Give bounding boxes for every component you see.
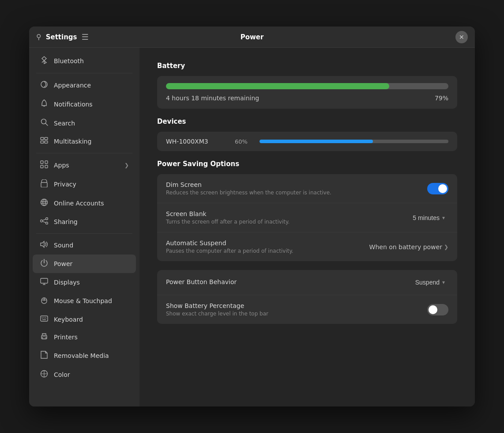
svg-marker-22 xyxy=(41,241,44,247)
svg-rect-10 xyxy=(41,165,43,168)
show-battery-desc: Show exact charge level in the top bar xyxy=(166,311,268,317)
sidebar-item-apps[interactable]: Apps ❯ xyxy=(33,156,136,175)
battery-card: 4 hours 18 minutes remaining 79% xyxy=(157,76,457,109)
search-sidebar-icon xyxy=(40,118,49,128)
mouse-icon xyxy=(40,296,49,306)
appearance-icon xyxy=(40,80,49,90)
sidebar-item-search[interactable]: Search xyxy=(33,114,136,132)
sidebar-label-search: Search xyxy=(54,120,129,127)
sidebar-divider-3 xyxy=(36,233,132,234)
device-bar-container xyxy=(260,140,448,143)
sidebar: Bluetooth Appearance xyxy=(29,48,139,406)
svg-rect-11 xyxy=(45,165,48,168)
dim-screen-left: Dim Screen Reduces the screen brightness… xyxy=(166,181,331,196)
svg-point-18 xyxy=(46,218,48,220)
sidebar-item-mouse-touchpad[interactable]: Mouse & Touchpad xyxy=(33,292,136,310)
svg-line-3 xyxy=(45,123,48,125)
power-button-title: Power Button Behavior xyxy=(166,278,237,285)
sidebar-item-power[interactable]: Power xyxy=(33,254,136,273)
sharing-icon xyxy=(40,217,49,226)
screen-blank-title: Screen Blank xyxy=(166,210,290,217)
sidebar-label-displays: Displays xyxy=(54,279,129,286)
sidebar-item-keyboard[interactable]: Keyboard xyxy=(33,311,136,328)
svg-rect-4 xyxy=(41,137,44,140)
svg-rect-12 xyxy=(41,182,47,187)
sidebar-item-bluetooth[interactable]: Bluetooth xyxy=(33,52,136,70)
sidebar-label-notifications: Notifications xyxy=(54,101,129,108)
svg-line-21 xyxy=(43,221,46,223)
show-battery-row: Show Battery Percentage Show exact charg… xyxy=(157,295,457,324)
battery-section-title: Battery xyxy=(157,62,457,70)
notifications-icon xyxy=(40,99,49,109)
svg-rect-7 xyxy=(45,141,48,143)
devices-card: WH-1000XM3 60% xyxy=(157,132,457,151)
sidebar-item-color[interactable]: Color xyxy=(33,365,136,384)
sidebar-label-bluetooth: Bluetooth xyxy=(54,57,129,65)
sidebar-label-mouse: Mouse & Touchpad xyxy=(54,297,129,304)
close-button[interactable]: ✕ xyxy=(455,31,468,43)
titlebar-left: ⚲ Settings ☰ xyxy=(36,32,89,42)
svg-rect-39 xyxy=(42,337,46,339)
keyboard-icon xyxy=(40,315,49,323)
sidebar-item-printers[interactable]: Printers xyxy=(33,328,136,346)
search-icon[interactable]: ⚲ xyxy=(36,33,41,41)
titlebar: ⚲ Settings ☰ Power ✕ xyxy=(29,27,475,48)
sidebar-divider-2 xyxy=(36,153,132,153)
battery-remaining-time: 4 hours 18 minutes remaining xyxy=(166,95,259,102)
sidebar-item-displays[interactable]: Displays xyxy=(33,273,136,291)
power-button-dropdown[interactable]: Suspend ▾ xyxy=(412,277,448,288)
menu-icon[interactable]: ☰ xyxy=(82,32,89,42)
main-content: Battery 4 hours 18 minutes remaining 79%… xyxy=(139,48,475,406)
sidebar-label-sharing: Sharing xyxy=(54,218,129,225)
show-battery-toggle[interactable] xyxy=(427,304,448,315)
show-battery-toggle-knob xyxy=(429,305,437,314)
auto-suspend-link[interactable]: When on battery power ❯ xyxy=(369,243,448,251)
sidebar-item-sound[interactable]: Sound xyxy=(33,236,136,254)
svg-point-13 xyxy=(41,199,48,206)
devices-section-title: Devices xyxy=(157,118,457,125)
printers-icon xyxy=(40,333,49,342)
show-battery-right xyxy=(427,304,448,315)
auto-suspend-row: Automatic Suspend Pauses the computer af… xyxy=(157,232,457,261)
sidebar-item-multitasking[interactable]: Multitasking xyxy=(33,133,136,150)
power-button-chevron-icon: ▾ xyxy=(442,279,445,285)
sidebar-label-keyboard: Keyboard xyxy=(54,316,129,323)
sidebar-label-privacy: Privacy xyxy=(54,181,129,188)
battery-info: 4 hours 18 minutes remaining 79% xyxy=(166,95,448,102)
content-area: Bluetooth Appearance xyxy=(29,48,475,406)
dim-screen-desc: Reduces the screen brightness when the c… xyxy=(166,190,331,196)
sidebar-label-multitasking: Multitasking xyxy=(54,138,129,145)
show-battery-left: Show Battery Percentage Show exact charg… xyxy=(166,302,268,317)
auto-suspend-title: Automatic Suspend xyxy=(166,239,293,247)
privacy-icon xyxy=(40,179,49,189)
sidebar-item-online-accounts[interactable]: Online Accounts xyxy=(33,194,136,213)
sidebar-label-removable-media: Removable Media xyxy=(54,352,129,359)
battery-bar-fill xyxy=(166,83,389,89)
svg-rect-6 xyxy=(41,141,44,143)
power-behavior-card: Power Button Behavior Suspend ▾ Show Bat… xyxy=(157,270,457,324)
apps-chevron-icon: ❯ xyxy=(124,162,129,168)
sidebar-item-privacy[interactable]: Privacy xyxy=(33,175,136,194)
device-percent: 60% xyxy=(235,138,252,145)
screen-blank-dropdown[interactable]: 5 minutes ▾ xyxy=(409,213,448,223)
device-item: WH-1000XM3 60% xyxy=(157,132,457,151)
svg-point-14 xyxy=(43,199,45,206)
sidebar-item-appearance[interactable]: Appearance xyxy=(33,76,136,95)
screen-blank-value: 5 minutes xyxy=(413,214,440,221)
sidebar-divider-1 xyxy=(36,73,132,73)
power-button-left: Power Button Behavior xyxy=(166,278,237,287)
sidebar-item-sharing[interactable]: Sharing xyxy=(33,213,136,231)
screen-blank-right: 5 minutes ▾ xyxy=(409,213,448,223)
auto-suspend-right: When on battery power ❯ xyxy=(369,243,448,251)
sidebar-label-printers: Printers xyxy=(54,334,129,341)
dim-screen-toggle-knob xyxy=(438,184,447,193)
auto-suspend-value: When on battery power xyxy=(369,243,442,251)
svg-point-17 xyxy=(41,220,43,222)
sidebar-item-removable-media[interactable]: Removable Media xyxy=(33,346,136,365)
sidebar-item-notifications[interactable]: Notifications xyxy=(33,95,136,114)
svg-rect-5 xyxy=(45,137,48,140)
online-accounts-icon xyxy=(40,198,49,208)
dim-screen-row: Dim Screen Reduces the screen brightness… xyxy=(157,174,457,203)
dim-screen-toggle[interactable] xyxy=(427,183,448,194)
sidebar-label-apps: Apps xyxy=(54,162,119,169)
